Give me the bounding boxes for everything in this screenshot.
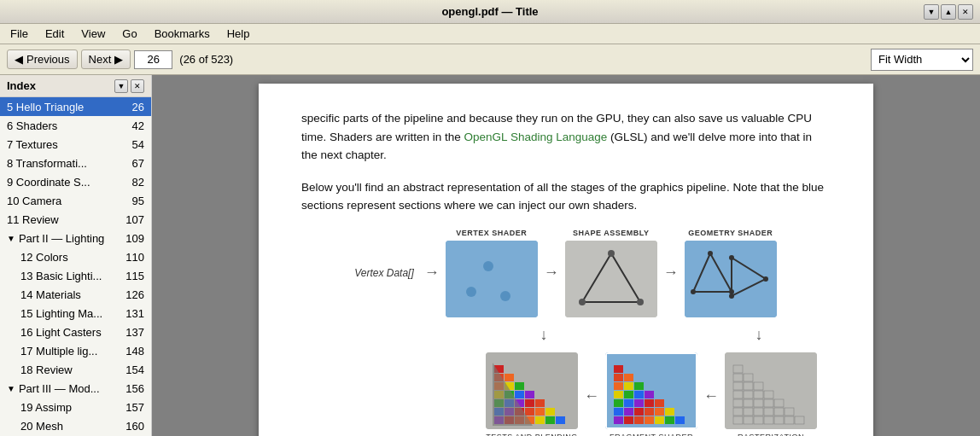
- menu-edit[interactable]: Edit: [38, 26, 71, 42]
- arrow-3: →: [663, 264, 679, 282]
- sidebar-collapse-btn[interactable]: ▼: [114, 79, 128, 93]
- sidebar-item-11[interactable]: 15 Lighting Ma...131: [0, 304, 151, 323]
- section-triangle: ▼: [7, 234, 15, 243]
- sidebar-close-btn[interactable]: ✕: [131, 79, 144, 93]
- arrow-4: ←: [584, 387, 599, 405]
- pdf-page: specific parts of the pipeline and becau…: [259, 84, 873, 436]
- sidebar-item-13[interactable]: 17 Multiple lig...148: [0, 341, 151, 360]
- menu-file[interactable]: File: [3, 26, 35, 42]
- rasterization-label: Rasterization: [738, 433, 804, 436]
- sidebar-item-14[interactable]: 18 Review154: [0, 360, 151, 379]
- menu-bar: File Edit View Go Bookmarks Help: [0, 24, 980, 44]
- sidebar-item-10[interactable]: 14 Materials126: [0, 285, 151, 304]
- shape-assembly-label: Shape Assembly: [573, 229, 649, 237]
- item-page: 110: [119, 251, 144, 264]
- fragment-shader-label: Fragment Shader: [610, 433, 693, 436]
- geometry-shader-label: Geometry Shader: [688, 229, 773, 237]
- sidebar-item-2[interactable]: 7 Textures54: [0, 135, 151, 154]
- page-info: (26 of 523): [179, 53, 233, 66]
- tests-blending-canvas: [486, 352, 578, 429]
- next-label: Next: [89, 53, 112, 66]
- sidebar-section-7[interactable]: ▼Part II — Lighting109: [0, 229, 151, 247]
- item-page: 148: [119, 345, 144, 358]
- maximize-button[interactable]: ▲: [941, 4, 956, 20]
- sidebar-item-12[interactable]: 16 Light Casters137: [0, 323, 151, 341]
- item-label: 20 Mesh: [20, 420, 119, 433]
- rasterization-canvas: [725, 352, 817, 429]
- pdf-area: specific parts of the pipeline and becau…: [152, 75, 980, 436]
- sidebar: Index ▼ ✕ 5 Hello Triangle266 Shaders427…: [0, 75, 152, 436]
- arrow-2: →: [544, 264, 559, 282]
- window-controls[interactable]: ▼ ▲ ✕: [924, 4, 973, 20]
- tests-blending-label: Tests and Blending: [486, 433, 578, 436]
- sidebar-item-16[interactable]: 19 Assimp157: [0, 398, 151, 416]
- pdf-link-glsl[interactable]: OpenGL Shading Language: [464, 131, 608, 143]
- next-button[interactable]: Next ▶: [81, 49, 131, 69]
- item-page: 154: [119, 363, 144, 376]
- sidebar-content: 5 Hello Triangle266 Shaders427 Textures5…: [0, 97, 151, 436]
- arrow-5: ←: [703, 387, 719, 405]
- main-area: Index ▼ ✕ 5 Hello Triangle266 Shaders427…: [0, 75, 980, 436]
- item-page: 126: [119, 288, 144, 301]
- item-label: 8 Transformati...: [7, 157, 119, 170]
- sidebar-item-4[interactable]: 9 Coordinate S...82: [0, 172, 151, 191]
- next-icon: ▶: [114, 53, 123, 66]
- sidebar-item-17[interactable]: 20 Mesh160: [0, 416, 151, 435]
- item-page: 42: [119, 119, 144, 132]
- item-page: 95: [119, 195, 144, 207]
- item-page: 54: [119, 138, 144, 151]
- page-number-input[interactable]: [134, 50, 172, 69]
- sidebar-title: Index: [7, 79, 36, 92]
- pipeline-row-2: Tests and Blending ← Fragment Shader ← R…: [485, 352, 818, 436]
- item-page: 82: [119, 176, 144, 189]
- sidebar-item-0[interactable]: 5 Hello Triangle26: [0, 97, 151, 116]
- item-label: 16 Light Casters: [20, 326, 119, 339]
- close-button[interactable]: ✕: [958, 4, 973, 20]
- item-page: 157: [119, 401, 144, 414]
- zoom-select[interactable]: Fit Width Fit Page 50% 75% 100% 125% 150…: [871, 49, 973, 71]
- pipeline-arrows-row: ↓ ↓ ↓: [498, 326, 805, 344]
- section-label: Part II — Lighting: [19, 232, 104, 245]
- fragment-shader-box: Fragment Shader: [604, 352, 698, 436]
- sidebar-controls: ▼ ✕: [114, 79, 144, 93]
- item-label: 17 Multiple lig...: [20, 345, 119, 358]
- menu-help[interactable]: Help: [220, 26, 257, 42]
- item-label: 14 Materials: [20, 288, 119, 301]
- item-label: 12 Colors: [20, 251, 119, 264]
- minimize-button[interactable]: ▼: [924, 4, 939, 20]
- item-page: 160: [119, 420, 144, 433]
- sidebar-section-15[interactable]: ▼Part III — Mod...156: [0, 379, 151, 398]
- sidebar-item-1[interactable]: 6 Shaders42: [0, 116, 151, 135]
- arrow-1: →: [424, 264, 440, 282]
- sidebar-item-9[interactable]: 13 Basic Lighti...115: [0, 266, 151, 285]
- item-label: 15 Lighting Ma...: [20, 307, 119, 320]
- pipeline-diagram: Vertex Data[] → Vertex Shader → Shape As…: [301, 229, 831, 436]
- section-triangle: ▼: [7, 384, 15, 393]
- shape-assembly-canvas: [565, 241, 657, 317]
- menu-go[interactable]: Go: [115, 26, 143, 42]
- sidebar-item-3[interactable]: 8 Transformati...67: [0, 154, 151, 172]
- item-label: 7 Textures: [7, 138, 119, 151]
- sidebar-header: Index ▼ ✕: [0, 75, 151, 97]
- down-arrow-tests: ↓: [540, 326, 548, 343]
- item-page: 26: [119, 101, 144, 113]
- menu-bookmarks[interactable]: Bookmarks: [148, 26, 217, 42]
- pdf-paragraph-2: Below you'll find an abstract representa…: [301, 178, 831, 215]
- item-label: 5 Hello Triangle: [7, 101, 119, 113]
- fragment-shader-canvas: [605, 352, 697, 429]
- title-bar: opengl.pdf — Title ▼ ▲ ✕: [0, 0, 980, 24]
- section-page: 109: [119, 232, 144, 245]
- item-label: 9 Coordinate S...: [7, 176, 119, 189]
- sidebar-item-6[interactable]: 11 Review107: [0, 210, 151, 229]
- item-label: 10 Camera: [7, 195, 119, 207]
- previous-icon: ◀: [15, 53, 23, 66]
- menu-view[interactable]: View: [74, 26, 112, 42]
- rasterization-box: Rasterization: [724, 352, 818, 436]
- sidebar-item-8[interactable]: 12 Colors110: [0, 247, 151, 266]
- down-arrow-geom: ↓: [755, 326, 763, 343]
- previous-button[interactable]: ◀ Previous: [7, 49, 78, 69]
- tests-blending-box: Tests and Blending: [485, 352, 579, 436]
- geometry-shader-box: Geometry Shader: [684, 229, 778, 317]
- sidebar-item-5[interactable]: 10 Camera95: [0, 191, 151, 210]
- vertex-shader-box: Vertex Shader: [445, 229, 539, 317]
